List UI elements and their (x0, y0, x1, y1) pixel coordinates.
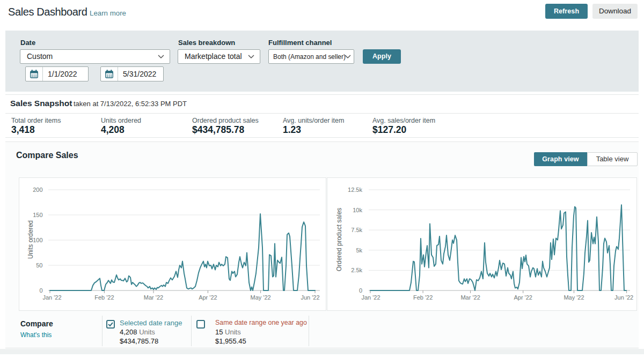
svg-text:12.5k: 12.5k (348, 187, 362, 193)
svg-text:Jun '22: Jun '22 (301, 294, 319, 301)
svg-text:May '22: May '22 (251, 294, 271, 301)
svg-text:Units ordered: Units ordered (27, 220, 34, 259)
svg-text:Ordered product sales: Ordered product sales (335, 208, 343, 272)
svg-text:2.5k: 2.5k (351, 267, 362, 273)
svg-text:Feb '22: Feb '22 (413, 294, 433, 301)
svg-text:Jun '22: Jun '22 (614, 294, 633, 301)
svg-text:Jan '22: Jan '22 (361, 294, 380, 301)
svg-text:10k: 10k (353, 207, 362, 213)
svg-text:150: 150 (33, 212, 42, 218)
svg-text:Jan '22: Jan '22 (42, 294, 61, 301)
svg-text:Apr '22: Apr '22 (514, 294, 532, 301)
svg-text:200: 200 (33, 187, 42, 193)
svg-text:Mar '22: Mar '22 (144, 294, 163, 301)
svg-text:5k: 5k (356, 247, 362, 253)
svg-text:0: 0 (359, 287, 362, 294)
svg-text:50: 50 (36, 262, 42, 268)
svg-text:Apr '22: Apr '22 (199, 294, 217, 301)
svg-text:Mar '22: Mar '22 (460, 294, 480, 301)
svg-text:May '22: May '22 (564, 294, 584, 301)
svg-text:Feb '22: Feb '22 (94, 294, 114, 301)
svg-text:7.5k: 7.5k (351, 227, 362, 233)
svg-text:0: 0 (39, 287, 42, 294)
